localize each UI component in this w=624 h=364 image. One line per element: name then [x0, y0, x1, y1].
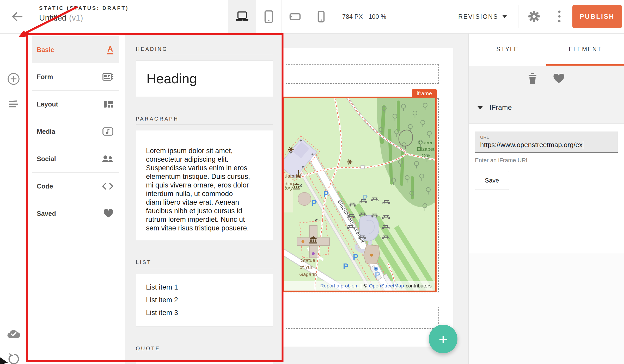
form-icon	[102, 72, 113, 81]
viewport-width-value: 784 PX	[342, 13, 363, 20]
empty-section-placeholder[interactable]	[286, 64, 439, 84]
iframe-settings-header[interactable]: IFrame	[469, 92, 624, 124]
sidebar-item-saved[interactable]: Saved	[32, 200, 119, 227]
revisions-dropdown[interactable]: REVISIONS	[458, 0, 507, 33]
list-item-preview: List item 3	[146, 306, 263, 319]
viewport-info: 784 PX 100 %	[334, 0, 395, 33]
section-label-heading: HEADING	[136, 46, 273, 52]
svg-text:P: P	[323, 190, 329, 199]
device-mobile-landscape-button[interactable]	[282, 0, 308, 33]
section-divider	[136, 55, 273, 55]
openstreetmap-link[interactable]: OpenStreetMap	[369, 283, 404, 289]
inspector-tabs: STYLE ELEMENT	[469, 33, 624, 66]
sidebar-item-code[interactable]: Code	[32, 173, 119, 200]
svg-text:Elizabeth: Elizabeth	[417, 146, 435, 152]
device-tablet-button[interactable]	[256, 0, 282, 33]
map-attribution: Report a problem | © OpenStreetMap contr…	[284, 281, 435, 291]
device-mobile-portrait-button[interactable]	[308, 0, 334, 33]
back-button[interactable]	[0, 0, 34, 33]
tab-style[interactable]: STYLE	[469, 33, 546, 66]
svg-text:P: P	[362, 193, 368, 202]
svg-text:Statue: Statue	[301, 258, 315, 263]
text-basic-icon: A	[107, 45, 113, 54]
document-title-block: STATIC (STATUS: DRAFT) Untitled(v1)	[39, 5, 129, 23]
tablet-icon	[264, 10, 273, 23]
publish-button[interactable]: PUBLISH	[572, 5, 622, 28]
phone-landscape-icon	[289, 13, 301, 20]
element-categories-sidebar: Basic A Form Layout	[27, 33, 125, 364]
sidebar-item-basic[interactable]: Basic A	[32, 36, 119, 63]
back-arrow-icon	[11, 12, 23, 21]
svg-text:Queen: Queen	[419, 140, 433, 145]
chevron-down-icon	[502, 15, 507, 18]
topbar-divider	[518, 5, 518, 28]
gear-icon	[528, 10, 540, 23]
add-section-fab[interactable]: +	[429, 325, 457, 353]
section-divider	[136, 268, 273, 268]
svg-text:P: P	[353, 253, 358, 262]
svg-text:Gagarin: Gagarin	[299, 272, 317, 277]
quote-element-card[interactable]: Block Quote	[136, 360, 273, 364]
trash-icon	[528, 73, 537, 84]
add-element-button[interactable]	[6, 72, 21, 86]
tab-element[interactable]: ELEMENT	[546, 33, 624, 66]
list-item-preview: List item 2	[146, 294, 263, 306]
device-desktop-button[interactable]	[228, 0, 256, 33]
sidebar-item-form[interactable]: Form	[32, 63, 119, 91]
svg-text:tory: tory	[285, 185, 293, 191]
iframe-settings-title: IFrame	[490, 104, 512, 112]
svg-text:Oak: Oak	[422, 153, 431, 158]
empty-section-placeholder[interactable]	[286, 307, 439, 329]
svg-text:P: P	[311, 198, 317, 208]
zoom-level-value: 100 %	[369, 13, 386, 20]
more-options-button[interactable]	[554, 9, 565, 24]
section-label-list: LIST	[136, 259, 273, 265]
undo-button[interactable]	[6, 352, 21, 364]
collapse-caret-icon	[478, 106, 483, 109]
element-list-panel: HEADING Heading PARAGRAPH Lorem ipsum do…	[125, 33, 282, 364]
iframe-settings-body: URL https://www.openstreetmap.org/ex Ent…	[469, 124, 624, 190]
kebab-menu-icon	[558, 10, 561, 23]
iframe-url-input[interactable]: URL https://www.openstreetmap.org/ex	[475, 131, 618, 153]
page-navigator-button[interactable]	[6, 97, 21, 112]
report-problem-link[interactable]: Report a problem	[320, 283, 359, 289]
delete-element-button[interactable]	[528, 73, 537, 84]
section-divider	[136, 354, 273, 354]
inspector-panel: STYLE ELEMENT IFrame URL https://www.ope…	[468, 33, 624, 364]
url-field-label: URL	[480, 135, 613, 140]
url-helper-text: Enter an iFrame URL	[475, 157, 618, 164]
save-button[interactable]: Save	[475, 171, 509, 190]
page-canvas: iframe	[282, 33, 468, 364]
sidebar-item-social[interactable]: Social	[32, 145, 119, 173]
inspector-panel-footer	[469, 253, 624, 364]
section-label-paragraph: PARAGRAPH	[136, 116, 273, 122]
document-version: (v1)	[69, 13, 83, 22]
favorite-element-button[interactable]	[553, 74, 565, 84]
code-icon	[102, 183, 113, 190]
section-divider	[136, 124, 273, 125]
svg-text:of Yuri: of Yuri	[299, 265, 314, 270]
settings-button[interactable]	[527, 9, 542, 24]
autosave-status-button[interactable]	[6, 327, 21, 341]
phone-portrait-icon	[317, 11, 325, 23]
element-actions-row	[469, 66, 624, 92]
svg-text:P: P	[375, 270, 380, 279]
heading-element-card[interactable]: Heading	[136, 60, 273, 97]
paragraph-element-card[interactable]: Lorem ipsum dolor sit amet, consectetur …	[136, 130, 273, 240]
sidebar-item-media[interactable]: Media	[32, 118, 119, 145]
list-element-card[interactable]: List item 1 List item 2 List item 3	[136, 274, 273, 327]
document-title[interactable]: Untitled(v1)	[39, 13, 129, 23]
heart-icon	[553, 74, 565, 84]
svg-text:P: P	[343, 262, 348, 271]
openstreetmap-iframe-preview[interactable]: P P P P P P ≠ ≠ Queen Elizabeth	[284, 98, 435, 291]
iframe-element-selected[interactable]: P P P P P P ≠ ≠ Queen Elizabeth	[283, 97, 437, 292]
layout-icon	[103, 100, 113, 108]
section-label-quote: QUOTE	[136, 345, 273, 352]
laptop-icon	[234, 11, 250, 22]
cloud-check-icon	[7, 329, 20, 339]
top-bar: STATIC (STATUS: DRAFT) Untitled(v1)	[0, 0, 624, 34]
svg-text:uatorial: uatorial	[285, 173, 301, 179]
sidebar-item-layout[interactable]: Layout	[32, 91, 119, 118]
people-icon	[102, 155, 113, 163]
device-preview-switcher: 784 PX 100 %	[228, 0, 395, 33]
